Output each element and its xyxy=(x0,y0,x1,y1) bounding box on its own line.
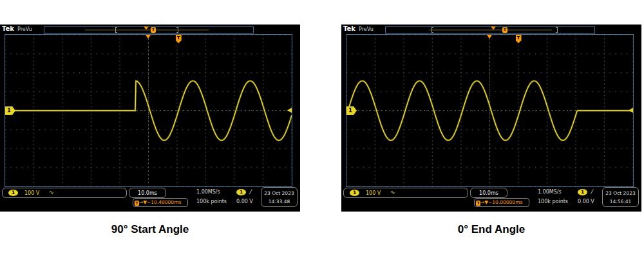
acquisition-mode-label: PreVu xyxy=(359,26,374,32)
sample-rate-readout: 1.00MS/s xyxy=(196,189,220,195)
record-waveform-line xyxy=(430,30,552,30)
sample-rate-readout: 1.00MS/s xyxy=(538,189,562,195)
trigger-source-badge: 1 xyxy=(578,189,587,195)
window-bracket-left-icon xyxy=(431,27,433,33)
window-bracket-left-icon xyxy=(115,27,117,33)
channel1-readout: 1 100 V ∿ xyxy=(2,188,127,198)
record-waveform-line xyxy=(85,30,209,30)
window-bracket-right-icon xyxy=(556,27,558,33)
time-label: 14:56:41 xyxy=(603,197,638,206)
readout-bar: 1 100 V ∿ 10.0ms T→▼−10.00000ms 1.00MS/s… xyxy=(341,187,641,210)
trigger-delay-readout: T→▼−10.40000ms xyxy=(133,198,188,207)
datetime-readout: 23 Oct 2023 14:56:41 xyxy=(602,187,639,207)
trigger-level-readout: 0.00 V xyxy=(578,199,594,204)
trigger-t-icon: T xyxy=(502,27,507,33)
timebase-readout: 10.0ms xyxy=(470,188,507,198)
caption-left: 90° Start Angle xyxy=(0,223,300,236)
trigger-source-badge: 1 xyxy=(236,189,246,195)
record-view-bar: T xyxy=(44,26,254,34)
trigger-slope-icon: / xyxy=(249,188,251,195)
channel1-readout: 1 100 V ∿ xyxy=(343,188,468,198)
time-label: 14:33:48 xyxy=(261,197,297,206)
trigger-source-readout: 1/ xyxy=(236,188,251,195)
coupling-icon: ∿ xyxy=(49,189,54,195)
datetime-readout: 23 Oct 2023 14:33:48 xyxy=(261,187,298,207)
acquisition-mode-label: PreVu xyxy=(17,26,32,32)
delay-prefix: →▼ xyxy=(480,199,488,205)
tek-logo: Tek xyxy=(2,25,14,32)
trigger-source-readout: 1/ xyxy=(578,188,592,195)
record-view-bar: T xyxy=(385,26,595,34)
record-length-readout: 100k points xyxy=(538,199,568,204)
channel1-badge: 1 xyxy=(350,190,359,196)
trigger-level-arrow-icon xyxy=(629,108,633,113)
waveform-trace xyxy=(5,35,292,186)
trigger-t-icon: T xyxy=(151,27,156,33)
graticule: T 1 xyxy=(5,34,292,187)
expansion-marker-icon xyxy=(144,26,149,30)
oscilloscope-capture-left: Tek PreVu T T 1 1 100 V ∿ 10.0ms T→▼−10.… xyxy=(0,25,300,212)
channel1-scale: 100 V xyxy=(366,190,381,196)
oscilloscope-capture-right: Tek PreVu T T 1 1 100 V ∿ 10.0ms T→▼−10.… xyxy=(341,25,641,212)
channel1-badge: 1 xyxy=(8,190,18,196)
readout-bar: 1 100 V ∿ 10.0ms T→▼−10.40000ms 1.00MS/s… xyxy=(0,187,300,210)
trigger-t-icon: T xyxy=(476,201,480,206)
record-length-readout: 100k points xyxy=(196,199,227,204)
expansion-point-icon xyxy=(487,35,492,39)
trigger-delay-readout: T→▼−10.00000ms xyxy=(474,198,529,207)
window-bracket-right-icon xyxy=(176,27,178,33)
timebase-readout: 10.0ms xyxy=(129,188,166,198)
delay-value: −10.00000ms xyxy=(488,199,522,205)
waveform-trace xyxy=(346,35,633,186)
date-label: 23 Oct 2023 xyxy=(261,189,297,197)
trigger-t-icon: T xyxy=(135,201,139,206)
trigger-slope-icon: / xyxy=(591,188,592,195)
trigger-level-readout: 0.00 V xyxy=(236,199,253,204)
delay-value: −10.40000ms xyxy=(147,199,181,205)
graticule: T 1 xyxy=(346,34,634,187)
caption-right: 0° End Angle xyxy=(341,223,641,236)
coupling-icon: ∿ xyxy=(390,189,395,195)
channel1-scale: 100 V xyxy=(24,190,39,196)
delay-prefix: →▼ xyxy=(139,199,147,205)
expansion-marker-icon xyxy=(491,26,496,30)
expansion-point-icon xyxy=(146,35,151,39)
tek-logo: Tek xyxy=(343,25,355,32)
trigger-level-arrow-icon xyxy=(287,108,292,113)
date-label: 23 Oct 2023 xyxy=(603,189,638,197)
